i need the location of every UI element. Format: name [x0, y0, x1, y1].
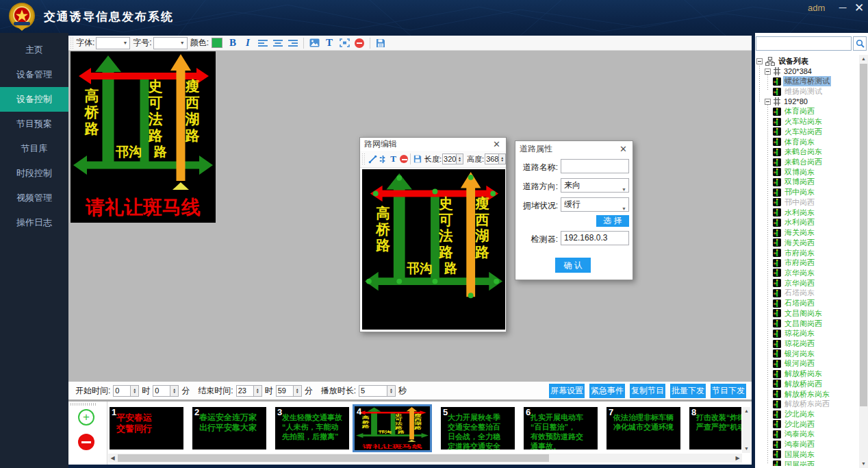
scroll-up-arrow[interactable]: ▲ [742, 407, 751, 415]
tree-device-琼花岗东[interactable]: 琼花岗东 [783, 328, 816, 338]
sidebar-item-节目预案[interactable]: 节目预案 [0, 112, 68, 136]
action-button-屏幕设置[interactable]: 屏幕设置 [549, 384, 585, 398]
tree-device-解放桥岗东[interactable]: 解放桥岗东 [783, 369, 824, 379]
length-spinner[interactable]: 320▲▼ [442, 153, 463, 164]
draw-line-icon[interactable] [368, 153, 378, 165]
device-search-input[interactable] [756, 36, 852, 51]
tree-device-京华岗东[interactable]: 京华岗东 [783, 268, 816, 278]
search-button[interactable] [853, 36, 867, 51]
tree-device-鸿泰岗东[interactable]: 鸿泰岗东 [783, 429, 816, 439]
road-editor-canvas[interactable]: 高桥路史可法路瘦西湖路邗沟路 [362, 169, 505, 330]
fit-screen-icon[interactable] [337, 36, 351, 50]
tree-device-文昌阁岗西[interactable]: 文昌阁岗西 [783, 319, 824, 329]
scroll-left-arrow[interactable]: ◀ [108, 454, 117, 463]
detector-input[interactable]: 192.168.0.3 [561, 231, 629, 245]
remove-program-button[interactable] [78, 434, 94, 450]
tree-device-火车站岗东[interactable]: 火车站岗东 [783, 116, 824, 127]
align-center-icon[interactable] [271, 36, 285, 50]
road-name-input[interactable] [561, 159, 629, 173]
start-min-spinner[interactable]: 0▲▼ [153, 385, 179, 397]
minimize-button[interactable]: ─ [837, 1, 849, 13]
bold-icon[interactable]: B [226, 36, 240, 50]
congestion-select[interactable]: 缓行▼ [561, 197, 629, 212]
select-detector-button[interactable]: 选 择 [596, 215, 629, 227]
playlist-thumb-8[interactable]: 8打击改装“炸街”严查严控“机动” [689, 407, 741, 449]
tree-group-label[interactable]: 320*384 [782, 67, 813, 75]
close-icon[interactable]: ✕ [492, 139, 502, 149]
tree-expander[interactable] [765, 99, 771, 105]
tree-device-体育岗东[interactable]: 体育岗东 [783, 137, 816, 147]
sidebar-item-视频管理[interactable]: 视频管理 [0, 186, 68, 210]
tree-device-水利岗东[interactable]: 水利岗东 [783, 208, 816, 218]
tree-device-解放桥东岗东[interactable]: 解放桥东岗东 [783, 389, 831, 399]
add-text-icon[interactable]: T [388, 153, 398, 165]
tree-scrollbar[interactable]: ▲ ▼ [859, 55, 868, 468]
action-button-复制节目[interactable]: 复制节目 [630, 384, 665, 398]
tree-device-沙北岗西[interactable]: 沙北岗西 [783, 419, 816, 430]
scroll-up-arrow[interactable]: ▲ [859, 55, 868, 63]
duration-spinner[interactable]: 5▲▼ [359, 385, 396, 397]
add-program-button[interactable]: + [78, 409, 94, 426]
road-direction-select[interactable]: 来向▼ [561, 178, 629, 193]
tree-device-银河岗东[interactable]: 银河岗东 [783, 349, 816, 359]
font-size-select[interactable]: ▼ [153, 37, 188, 49]
playlist-thumb-4[interactable]: 4高桥路史可法路瘦西湖路邗沟路请礼让斑马线 [353, 404, 432, 452]
tree-device-体育岗西[interactable]: 体育岗西 [783, 106, 816, 116]
end-min-spinner[interactable]: 59▲▼ [276, 385, 302, 397]
tree-group-label[interactable]: 192*80 [782, 97, 809, 106]
align-left-icon[interactable] [256, 36, 270, 50]
tree-device-琼花岗西[interactable]: 琼花岗西 [783, 338, 816, 349]
playlist-thumb-3[interactable]: 3发生轻微交通事故“人未伤，车能动先拍照，后撤离” [275, 407, 349, 449]
tree-device-邗中岗东[interactable]: 邗中岗东 [783, 187, 816, 197]
start-hour-spinner[interactable]: 0▲▼ [113, 385, 139, 397]
action-button-节目下发[interactable]: 节目下发 [711, 384, 746, 398]
tree-device-鸿泰岗西[interactable]: 鸿泰岗西 [783, 439, 816, 449]
tree-device-海关岗西[interactable]: 海关岗西 [783, 238, 816, 248]
tree-device-沙北岗东[interactable]: 沙北岗东 [783, 409, 816, 419]
align-right-icon[interactable] [286, 36, 300, 50]
italic-icon[interactable]: I [241, 36, 255, 50]
sidebar-item-设备管理[interactable]: 设备管理 [0, 62, 68, 87]
scroll-down-arrow[interactable]: ▼ [859, 460, 868, 468]
tree-device-石塔岗西[interactable]: 石塔岗西 [783, 298, 816, 308]
tree-device-石塔岗东[interactable]: 石塔岗东 [783, 288, 816, 298]
save-icon[interactable] [374, 36, 387, 50]
tree-device-市府岗西[interactable]: 市府岗西 [783, 258, 816, 268]
height-spinner[interactable]: 368▲▼ [485, 153, 506, 164]
delete-icon[interactable] [398, 153, 409, 165]
playlist-thumb-2[interactable]: 2春运安全连万家出行平安靠大家 [192, 407, 266, 449]
playlist-thumb-1[interactable]: 1平安春运交警同行 [110, 407, 183, 449]
tree-device-双博岗东[interactable]: 双博岗东 [783, 167, 816, 177]
tree-device-维扬岗测试[interactable]: 维扬岗测试 [783, 86, 824, 97]
sidebar-item-操作日志[interactable]: 操作日志 [0, 210, 68, 235]
close-icon[interactable]: ✕ [618, 144, 628, 154]
tree-device-市府岗东[interactable]: 市府岗东 [783, 248, 816, 258]
horizontal-scrollbar[interactable]: ◀ ▶ [108, 454, 742, 463]
scroll-right-arrow[interactable]: ▶ [733, 454, 742, 463]
tree-device-火车站岗西[interactable]: 火车站岗西 [783, 127, 824, 137]
sidebar-item-节目库[interactable]: 节目库 [0, 136, 68, 161]
tree-device-邗中岗西[interactable]: 邗中岗西 [783, 197, 816, 208]
sidebar-item-时段控制[interactable]: 时段控制 [0, 161, 68, 186]
stop-icon[interactable] [353, 36, 366, 50]
tree-device-来鹤台岗西[interactable]: 来鹤台岗西 [783, 157, 824, 167]
action-button-批量下发[interactable]: 批量下发 [670, 384, 706, 398]
tree-device-文昌阁岗东[interactable]: 文昌阁岗东 [783, 308, 824, 319]
insert-text-icon[interactable]: T [322, 36, 336, 50]
color-swatch[interactable] [212, 38, 222, 48]
tree-device-解放桥东岗西[interactable]: 解放桥东岗西 [783, 399, 831, 409]
tree-device-海关岗东[interactable]: 海关岗东 [783, 227, 816, 238]
action-button-紧急事件[interactable]: 紧急事件 [589, 384, 625, 398]
scrollbar-thumb[interactable] [118, 454, 549, 462]
sidebar-item-设备控制[interactable]: 设备控制 [0, 87, 68, 112]
tree-device-螺丝湾桥测试[interactable]: 螺丝湾桥测试 [783, 76, 831, 86]
dialog-titlebar[interactable]: 道路属性 ✕ [515, 141, 633, 154]
tree-device-京华岗西[interactable]: 京华岗西 [783, 278, 816, 288]
tree-device-解放桥岗西[interactable]: 解放桥岗西 [783, 379, 824, 389]
sidebar-item-主页[interactable]: 主页 [0, 38, 68, 62]
screen-preview-panel[interactable]: 高桥路史可法路瘦西湖路邗沟路请礼让斑马线 [71, 51, 216, 223]
font-family-select[interactable]: ▼ [96, 37, 130, 49]
tree-root-label[interactable]: 设备列表 [777, 56, 810, 66]
tree-device-银河岗西[interactable]: 银河岗西 [783, 358, 816, 369]
tree-device-双博岗西[interactable]: 双博岗西 [783, 177, 816, 187]
